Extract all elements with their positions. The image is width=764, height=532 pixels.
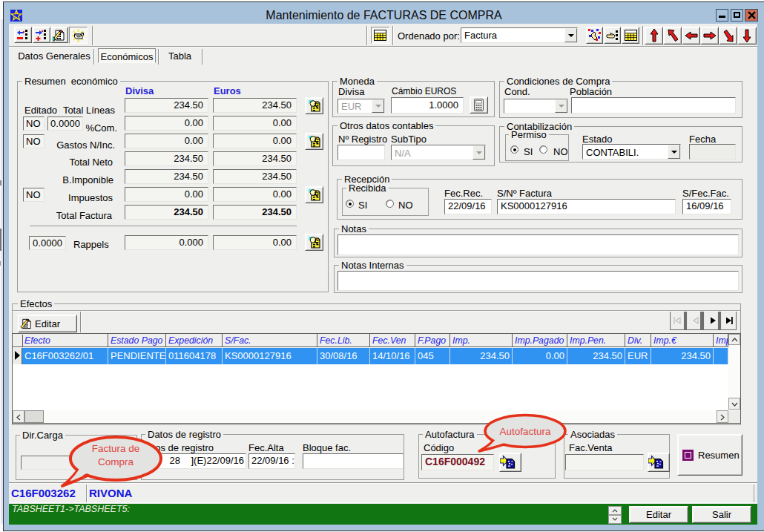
svg-text:Factura de: Factura de [92,443,140,454]
svg-text:Compra: Compra [98,456,134,467]
svg-text:Autofactura: Autofactura [499,426,551,437]
